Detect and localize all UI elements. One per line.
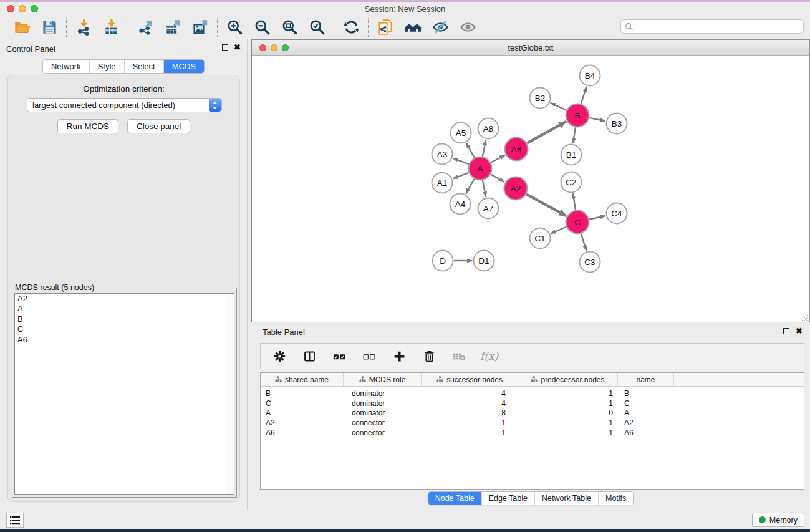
- mcds-result-item[interactable]: C: [15, 324, 234, 334]
- save-icon: [41, 19, 58, 36]
- gear-icon: [273, 350, 286, 363]
- graph-edge-A-A7[interactable]: [483, 180, 486, 197]
- graph-edge-A-A8[interactable]: [483, 140, 486, 157]
- export-network-button[interactable]: [133, 17, 157, 38]
- zoom-fit-button[interactable]: [277, 17, 301, 38]
- column-header-predecessor-nodes[interactable]: predecessor nodes: [518, 373, 618, 386]
- network-zoom-button[interactable]: [282, 44, 289, 51]
- tab-motifs[interactable]: Motifs: [598, 492, 633, 505]
- float-panel-icon[interactable]: [222, 44, 228, 51]
- table-row[interactable]: Bdominator41B: [261, 389, 804, 399]
- column-header-successor-nodes[interactable]: successor nodes: [422, 373, 518, 386]
- select-all-button[interactable]: [330, 347, 348, 365]
- run-mcds-button[interactable]: Run MCDS: [57, 119, 118, 133]
- float-table-panel-icon[interactable]: [783, 328, 789, 334]
- main-toolbar: [0, 16, 810, 39]
- network-window-titlebar: testGlobe.txt: [252, 40, 809, 56]
- import-network-button[interactable]: [72, 17, 95, 38]
- table-row[interactable]: A2connector11A2: [261, 418, 804, 428]
- graph-edge-A-A5[interactable]: [466, 143, 475, 158]
- graph-edge-C-C2[interactable]: [573, 193, 576, 210]
- show-all-button[interactable]: [456, 17, 480, 38]
- criterion-select[interactable]: largest connected component (directed): [27, 98, 222, 112]
- network-graph-canvas[interactable]: B4B2BB3A8A5A6A3B1AC2A1A2A4A7C4CC1DD1C3: [252, 56, 809, 322]
- delete-table-icon: [453, 350, 466, 363]
- save-session-button[interactable]: [37, 17, 61, 38]
- network-minimize-button[interactable]: [271, 44, 277, 51]
- graph-edge-B-B1[interactable]: [573, 127, 576, 143]
- table-settings-button[interactable]: [271, 347, 288, 365]
- table-cell: B: [261, 389, 344, 399]
- search-field: [620, 19, 804, 34]
- import-table-icon: [103, 19, 120, 36]
- graph-edge-A2-C[interactable]: [526, 194, 566, 216]
- clone-network-button[interactable]: [374, 17, 397, 38]
- tab-select[interactable]: Select: [124, 60, 163, 73]
- mcds-result-item[interactable]: A2: [15, 294, 234, 304]
- graph-edge-A-A2[interactable]: [491, 175, 504, 182]
- graph-edge-A6-B[interactable]: [527, 122, 566, 143]
- task-history-button[interactable]: [6, 513, 24, 528]
- memory-button[interactable]: Memory: [752, 513, 804, 527]
- show-columns-button[interactable]: [301, 347, 318, 365]
- tab-mcds[interactable]: MCDS: [163, 60, 204, 73]
- graph-edge-C-C4[interactable]: [589, 216, 605, 220]
- minimize-window-button[interactable]: [19, 5, 26, 12]
- zoom-in-button[interactable]: [223, 17, 246, 38]
- column-header-shared-name[interactable]: shared name: [261, 373, 344, 386]
- close-window-button[interactable]: [7, 5, 14, 12]
- add-column-button[interactable]: [390, 347, 408, 365]
- zoom-in-icon: [226, 19, 243, 36]
- zoom-out-icon: [254, 19, 271, 36]
- tab-network-table[interactable]: Network Table: [534, 492, 598, 505]
- mcds-result-item[interactable]: B: [15, 314, 234, 324]
- graph-edge-B-B2[interactable]: [551, 103, 567, 110]
- scrollbar-track[interactable]: [226, 294, 234, 494]
- delete-table-button[interactable]: [450, 347, 468, 365]
- graph-edge-B-B4[interactable]: [581, 87, 587, 104]
- delete-column-button[interactable]: [420, 347, 438, 365]
- zoom-window-button[interactable]: [31, 5, 38, 12]
- export-image-button[interactable]: [188, 17, 212, 38]
- import-table-button[interactable]: [99, 17, 123, 38]
- search-input[interactable]: [634, 21, 803, 32]
- tab-edge-table[interactable]: Edge Table: [481, 492, 534, 505]
- graph-node-label: A: [477, 164, 483, 173]
- function-builder-button[interactable]: f(x): [480, 350, 498, 362]
- graph-edge-B-B3[interactable]: [589, 118, 605, 121]
- graph-edge-A-A1[interactable]: [453, 173, 468, 179]
- graph-edge-A-A6[interactable]: [491, 155, 505, 163]
- open-file-button[interactable]: [10, 17, 34, 38]
- network-close-button[interactable]: [259, 44, 266, 51]
- graph-edge-A-A4[interactable]: [466, 179, 474, 194]
- column-header-name[interactable]: name: [618, 373, 674, 386]
- refresh-button[interactable]: [339, 17, 363, 38]
- graph-edge-A-A3[interactable]: [453, 158, 468, 165]
- column-header-MCDS-role[interactable]: MCDS role: [344, 373, 422, 386]
- graph-edge-C-C3[interactable]: [581, 234, 587, 251]
- refresh-icon: [343, 19, 360, 36]
- hide-selected-button[interactable]: [428, 17, 452, 38]
- tab-style[interactable]: Style: [89, 60, 124, 73]
- deselect-all-button[interactable]: [360, 347, 378, 365]
- table-row[interactable]: Cdominator41C: [261, 399, 804, 409]
- table-row[interactable]: A6connector11A6: [261, 428, 804, 438]
- tab-node-table[interactable]: Node Table: [428, 492, 481, 505]
- zoom-selected-button[interactable]: [305, 17, 329, 38]
- graph-node-label: B: [574, 111, 580, 120]
- mcds-result-item[interactable]: A6: [15, 335, 234, 345]
- resize-grip-icon[interactable]: [800, 312, 809, 321]
- close-panel-icon[interactable]: ✖: [234, 44, 241, 51]
- first-neighbors-button[interactable]: [401, 17, 425, 38]
- export-table-button[interactable]: [161, 17, 185, 38]
- table-row[interactable]: Adominator80A: [261, 409, 804, 418]
- mcds-result-item[interactable]: A: [15, 304, 234, 314]
- table-cell: A2: [261, 418, 344, 428]
- graph-node-label: B2: [535, 94, 546, 103]
- close-panel-button[interactable]: Close panel: [127, 119, 190, 133]
- graph-edge-C-C1[interactable]: [551, 227, 566, 234]
- tab-network[interactable]: Network: [43, 60, 89, 73]
- table-panel-tabs: Node TableEdge TableNetwork TableMotifs: [428, 491, 634, 505]
- close-table-panel-icon[interactable]: ✖: [796, 327, 803, 335]
- zoom-out-button[interactable]: [250, 17, 274, 38]
